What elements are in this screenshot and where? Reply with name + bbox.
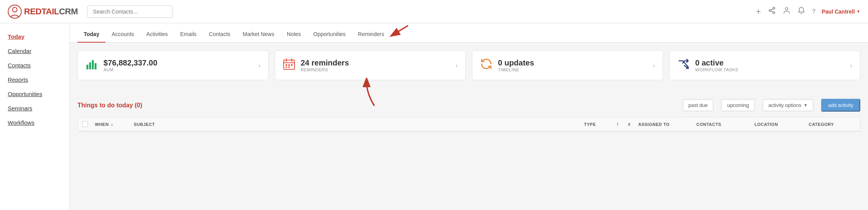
svg-rect-10: [89, 62, 91, 69]
aum-arrow: ›: [258, 62, 260, 69]
sidebar: Today Calendar Contacts Reports Opportun…: [0, 23, 70, 210]
select-all-checkbox[interactable]: [82, 121, 88, 127]
when-sort-icon: ▲: [110, 122, 114, 126]
activity-options-button[interactable]: activity options ▼: [763, 99, 813, 111]
content-area: $76,882,337.00 AUM ›: [70, 43, 868, 210]
sidebar-item-calendar[interactable]: Calendar: [0, 44, 69, 58]
when-column-header[interactable]: WHEN ▲: [92, 118, 131, 131]
tab-opportunities[interactable]: Opportunities: [307, 26, 352, 43]
chart-icon: [86, 58, 98, 73]
reminders-arrow: ›: [456, 62, 458, 69]
section-title: Things to do today (0): [78, 102, 142, 109]
svg-rect-9: [86, 65, 88, 69]
sidebar-item-contacts[interactable]: Contacts: [0, 58, 69, 72]
subject-column-header: SUBJECT: [131, 118, 581, 131]
type-column-header: TYPE: [581, 118, 612, 131]
navbar: REDTAILCRM + ? Paul Cantrell ▼: [0, 0, 868, 23]
logo-icon: [8, 5, 22, 19]
svg-point-1: [12, 7, 17, 12]
svg-rect-21: [288, 67, 290, 68]
svg-line-5: [771, 11, 773, 12]
add-icon[interactable]: +: [756, 7, 761, 17]
sidebar-item-reports[interactable]: Reports: [0, 72, 69, 87]
user-name: Paul Cantrell: [822, 9, 855, 15]
tab-notes[interactable]: Notes: [281, 26, 307, 43]
past-due-button[interactable]: past due: [683, 99, 714, 111]
aum-label: AUM: [103, 67, 253, 72]
svg-line-6: [771, 9, 773, 10]
tab-contacts[interactable]: Contacts: [203, 26, 236, 43]
svg-rect-17: [286, 64, 287, 66]
tab-activities[interactable]: Activities: [140, 26, 174, 43]
card-timeline[interactable]: 0 updates TIMELINE ›: [472, 50, 663, 80]
calendar-icon: [283, 58, 295, 73]
layout: Today Calendar Contacts Reports Opportun…: [0, 23, 868, 210]
timeline-arrow: ›: [653, 62, 655, 69]
tab-today[interactable]: Today: [78, 26, 105, 43]
shuffle-icon: [677, 58, 690, 73]
contacts-column-header: CONTACTS: [693, 118, 751, 131]
card-reminders[interactable]: 24 reminders REMINDERS ›: [275, 50, 466, 80]
sidebar-item-seminars[interactable]: Seminars: [0, 101, 69, 115]
timeline-value: 0 updates: [498, 59, 648, 67]
nav-icons: + ?: [756, 7, 816, 17]
reminders-card-arrow: [355, 78, 386, 109]
location-column-header: LOCATION: [751, 118, 806, 131]
search-input[interactable]: [87, 5, 172, 18]
timeline-label: TIMELINE: [498, 67, 648, 72]
checkbox-column-header: [78, 117, 92, 131]
table-header: WHEN ▲ SUBJECT TYPE ! # ASSIGNED TO CONT…: [78, 117, 860, 131]
reminders-label: REMINDERS: [301, 67, 450, 72]
tab-accounts[interactable]: Accounts: [105, 26, 140, 43]
svg-point-7: [785, 8, 788, 10]
tab-bar: Today Accounts Activities Emails Contact…: [70, 23, 868, 43]
tab-market-news[interactable]: Market News: [236, 26, 281, 43]
reminders-tab-arrow: [389, 23, 412, 42]
priority-column-header: !: [612, 118, 623, 131]
activity-options-caret: ▼: [804, 103, 808, 107]
bell-icon[interactable]: [797, 7, 805, 16]
workflow-label: WORKFLOW TASKS: [695, 67, 845, 72]
upcoming-button[interactable]: upcoming: [721, 99, 754, 111]
svg-rect-20: [286, 67, 287, 68]
sidebar-item-opportunities[interactable]: Opportunities: [0, 87, 69, 101]
svg-rect-19: [291, 64, 293, 66]
reminders-value: 24 reminders: [301, 59, 450, 67]
tab-reminders[interactable]: Reminders: [352, 26, 391, 43]
summary-cards: $76,882,337.00 AUM ›: [78, 50, 860, 80]
workflow-arrow: ›: [850, 62, 852, 69]
card-aum[interactable]: $76,882,337.00 AUM ›: [78, 50, 269, 80]
section-header: Things to do today (0) past due upcoming…: [78, 99, 860, 112]
sidebar-item-today[interactable]: Today: [0, 29, 69, 44]
aum-value: $76,882,337.00: [103, 59, 253, 67]
svg-rect-18: [288, 64, 290, 66]
category-column-header: CATEGORY: [806, 118, 860, 131]
logo-text-red: REDTAIL: [24, 7, 59, 16]
add-activity-button[interactable]: add activity: [821, 99, 860, 112]
assigned-to-column-header: ASSIGNED TO: [635, 118, 693, 131]
logo[interactable]: REDTAILCRM: [8, 5, 78, 19]
svg-rect-11: [92, 60, 94, 69]
share-icon[interactable]: [768, 7, 776, 16]
person-icon[interactable]: [783, 7, 790, 16]
card-workflow[interactable]: 0 active WORKFLOW TASKS ›: [669, 50, 860, 80]
help-icon[interactable]: ?: [812, 8, 816, 15]
user-menu-caret: ▼: [856, 9, 860, 14]
svg-rect-12: [95, 63, 96, 69]
user-menu[interactable]: Paul Cantrell ▼: [822, 9, 861, 15]
sidebar-item-workflows[interactable]: Workflows: [0, 115, 69, 130]
workflow-value: 0 active: [695, 59, 845, 67]
logo-text-gray: CRM: [59, 7, 78, 16]
tab-emails[interactable]: Emails: [174, 26, 203, 43]
count-column-header: #: [623, 118, 635, 131]
main-content: Today Accounts Activities Emails Contact…: [70, 23, 868, 210]
refresh-icon: [480, 58, 493, 73]
activities-table: WHEN ▲ SUBJECT TYPE ! # ASSIGNED TO CONT…: [78, 117, 860, 132]
